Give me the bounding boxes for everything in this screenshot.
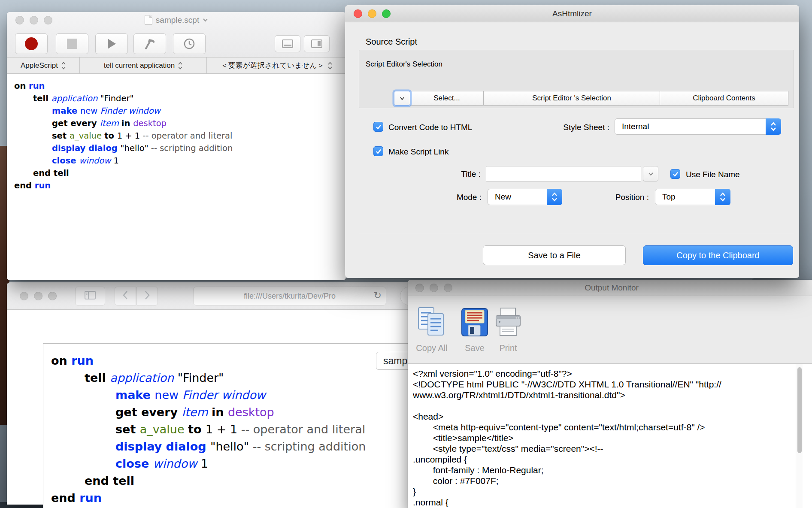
chevron-down-icon	[400, 97, 405, 100]
editor-selection-button[interactable]: Script Editor 's Selection	[483, 91, 660, 106]
popup-stepper-icon	[547, 189, 562, 205]
ashtmlizer-titlebar: AsHtmlizer	[345, 5, 799, 22]
sidebar-icon	[85, 291, 96, 301]
script-editor-toolbar: sample.scpt	[7, 12, 346, 57]
clock-icon	[183, 38, 195, 50]
url-text: file:///Users/tkurita/Dev/Pro	[244, 292, 336, 301]
make-script-link-label[interactable]: Make Script Link	[388, 147, 448, 157]
window-controls	[20, 292, 57, 300]
zoom-button[interactable]	[48, 292, 57, 300]
convert-checkbox[interactable]	[373, 122, 383, 132]
print-button[interactable]: Print	[486, 302, 530, 353]
output-source-view[interactable]: <?xml version="1.0" encoding="utf-8"?><!…	[408, 364, 812, 508]
copy-all-button[interactable]: Copy All	[409, 302, 454, 353]
element-popup[interactable]: ＜要素が選択されていません＞	[207, 57, 346, 73]
back-button[interactable]	[115, 287, 136, 305]
popup-stepper-icon	[766, 118, 781, 135]
popup-stepper-icon	[178, 62, 182, 70]
mode-value: New	[488, 192, 547, 202]
window-title: Output Monitor	[408, 283, 812, 293]
save-icon	[461, 302, 489, 342]
select-button[interactable]: Select...	[410, 91, 484, 106]
print-icon	[494, 302, 522, 342]
compile-button[interactable]	[133, 33, 166, 54]
chevron-left-icon	[122, 290, 128, 302]
separator	[359, 234, 794, 234]
output-monitor-window: Output Monitor Copy All	[408, 280, 812, 508]
scrollbar[interactable]	[796, 364, 803, 508]
check-icon	[376, 149, 382, 154]
position-value: Top	[655, 192, 715, 202]
style-sheet-popup[interactable]: Internal	[615, 118, 781, 135]
popup-stepper-icon	[61, 62, 66, 70]
minimize-button[interactable]	[34, 292, 42, 300]
output-monitor-toolbar: Copy All Save	[408, 296, 812, 364]
source-segmented-control: Select... Script Editor 's Selection Cli…	[394, 91, 788, 106]
side-bar-icon	[311, 39, 322, 48]
use-file-name-checkbox[interactable]	[670, 169, 680, 179]
title-combo-button[interactable]	[643, 166, 658, 181]
ashtmlizer-window: AsHtmlizer Source Script Script Editor's…	[345, 5, 799, 278]
convert-checkbox-label[interactable]: Convert Code to HTML	[388, 123, 472, 132]
style-sheet-value: Internal	[615, 122, 766, 131]
selection-status-text: Script Editor's Selection	[366, 60, 442, 69]
bottom-bar-icon	[282, 39, 293, 48]
copy-all-label: Copy All	[416, 343, 447, 353]
print-label: Print	[499, 343, 517, 353]
window-title[interactable]: sample.scpt	[156, 15, 199, 25]
clipboard-contents-button[interactable]: Clipboard Contents	[660, 91, 788, 106]
check-icon	[376, 124, 382, 130]
title-label: Title :	[438, 169, 481, 179]
address-bar[interactable]: file:///Users/tkurita/Dev/Pro ↻	[193, 287, 386, 305]
title-chevron-down-icon	[203, 18, 208, 22]
copy-to-clipboard-button[interactable]: Copy to the Clipboard	[643, 245, 793, 265]
xhtml-source-code: <?xml version="1.0" encoding="utf-8"?><!…	[413, 368, 721, 508]
save-label: Save	[465, 343, 485, 353]
scrollbar-thumb[interactable]	[797, 367, 802, 453]
reload-icon[interactable]: ↻	[374, 290, 382, 301]
record-button[interactable]	[15, 33, 48, 54]
make-script-link-checkbox[interactable]	[373, 146, 383, 156]
applescript-source[interactable]: on runtell application "Finder"make new …	[14, 80, 233, 192]
chevron-down-icon	[648, 172, 654, 176]
use-file-name-label[interactable]: Use File Name	[686, 170, 740, 179]
language-popup[interactable]: AppleScript	[7, 57, 80, 73]
show-side-bar-button[interactable]	[304, 35, 330, 52]
mode-label: Mode :	[439, 193, 482, 202]
sidebar-toggle-button[interactable]	[75, 287, 105, 305]
save-to-file-button[interactable]: Save to a File	[483, 245, 626, 265]
target-popup-label: tell current application	[104, 61, 175, 70]
position-popup[interactable]: Top	[655, 189, 730, 205]
popup-stepper-icon	[328, 62, 332, 70]
source-menu-button[interactable]	[394, 91, 410, 106]
copy-all-icon	[417, 302, 447, 342]
popup-stepper-icon	[715, 189, 730, 205]
run-button[interactable]	[95, 33, 128, 54]
history-button[interactable]	[173, 33, 206, 54]
script-editor-window: sample.scpt	[7, 12, 346, 280]
window-title: AsHtmlizer	[345, 9, 799, 18]
stop-button[interactable]	[56, 33, 88, 54]
element-popup-label: ＜要素が選択されていません＞	[221, 60, 324, 70]
target-popup[interactable]: tell current application	[80, 57, 207, 73]
check-icon	[673, 172, 679, 177]
document-icon	[145, 15, 152, 25]
navigation-bar: AppleScript tell current application ＜要素…	[7, 57, 346, 74]
position-label: Position :	[593, 193, 649, 202]
mode-popup[interactable]: New	[488, 189, 562, 205]
play-icon	[107, 38, 116, 49]
title-input[interactable]	[486, 166, 641, 181]
style-sheet-label: Style Sheet :	[524, 123, 609, 132]
forward-button[interactable]	[136, 287, 158, 305]
record-icon	[25, 37, 38, 50]
show-bottom-bar-button[interactable]	[275, 35, 300, 52]
close-button[interactable]	[20, 292, 28, 300]
chevron-right-icon	[144, 290, 150, 302]
source-script-heading: Source Script	[366, 37, 417, 47]
stop-icon	[67, 39, 77, 49]
language-popup-label: AppleScript	[21, 61, 58, 70]
hammer-icon	[144, 38, 156, 50]
output-monitor-titlebar: Output Monitor	[408, 280, 812, 296]
rendered-applescript: on runtell application "Finder"make new …	[51, 352, 366, 507]
